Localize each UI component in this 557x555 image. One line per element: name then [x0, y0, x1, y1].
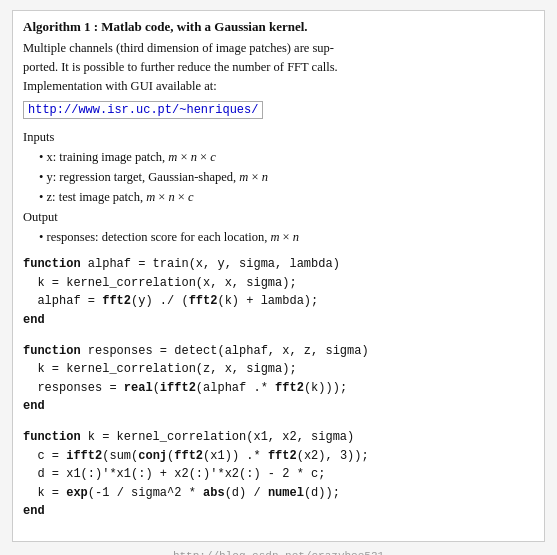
code-line: end	[23, 397, 534, 416]
code-line: function alphaf = train(x, y, sigma, lam…	[23, 255, 534, 274]
code-line: k = kernel_correlation(z, x, sigma);	[23, 360, 534, 379]
code-block-detect: function responses = detect(alphaf, x, z…	[23, 342, 534, 416]
inputs-label: Inputs	[23, 130, 54, 144]
code-line: alphaf = fft2(y) ./ (fft2(k) + lambda);	[23, 292, 534, 311]
inputs-list: x: training image patch, m × n × c y: re…	[23, 147, 534, 207]
code-line: function responses = detect(alphaf, x, z…	[23, 342, 534, 361]
outputs-label: Output	[23, 210, 58, 224]
code-line: k = exp(-1 / sigma^2 * abs(d) / numel(d)…	[23, 484, 534, 503]
code-block-kernel: function k = kernel_correlation(x1, x2, …	[23, 428, 534, 521]
list-item: x: training image patch, m × n × c	[39, 147, 534, 167]
algorithm-description: Multiple channels (third dimension of im…	[23, 39, 534, 95]
code-line: end	[23, 502, 534, 521]
code-line: end	[23, 311, 534, 330]
code-line: c = ifft2(sum(conj(fft2(x1)) .* fft2(x2)…	[23, 447, 534, 466]
desc-line2: ported. It is possible to further reduce…	[23, 60, 338, 74]
code-line: k = kernel_correlation(x, x, sigma);	[23, 274, 534, 293]
code-block-train: function alphaf = train(x, y, sigma, lam…	[23, 255, 534, 329]
code-line: responses = real(ifft2(alphaf .* fft2(k)…	[23, 379, 534, 398]
algorithm-title: Algorithm 1 : Matlab code, with a Gaussi…	[23, 19, 534, 35]
desc-line1: Multiple channels (third dimension of im…	[23, 41, 334, 55]
algorithm-box: Algorithm 1 : Matlab code, with a Gaussi…	[12, 10, 545, 542]
desc-line3: Implementation with GUI available at:	[23, 79, 217, 93]
outputs-list: responses: detection score for each loca…	[23, 227, 534, 247]
list-item: y: regression target, Gaussian-shaped, m…	[39, 167, 534, 187]
url-link[interactable]: http://www.isr.uc.pt/~henriques/	[23, 101, 263, 119]
watermark: http://blog.csdn.net/crazybee521	[12, 550, 545, 555]
list-item: responses: detection score for each loca…	[39, 227, 534, 247]
list-item: z: test image patch, m × n × c	[39, 187, 534, 207]
io-section: Inputs x: training image patch, m × n × …	[23, 127, 534, 247]
code-line: function k = kernel_correlation(x1, x2, …	[23, 428, 534, 447]
code-line: d = x1(:)'*x1(:) + x2(:)'*x2(:) - 2 * c;	[23, 465, 534, 484]
